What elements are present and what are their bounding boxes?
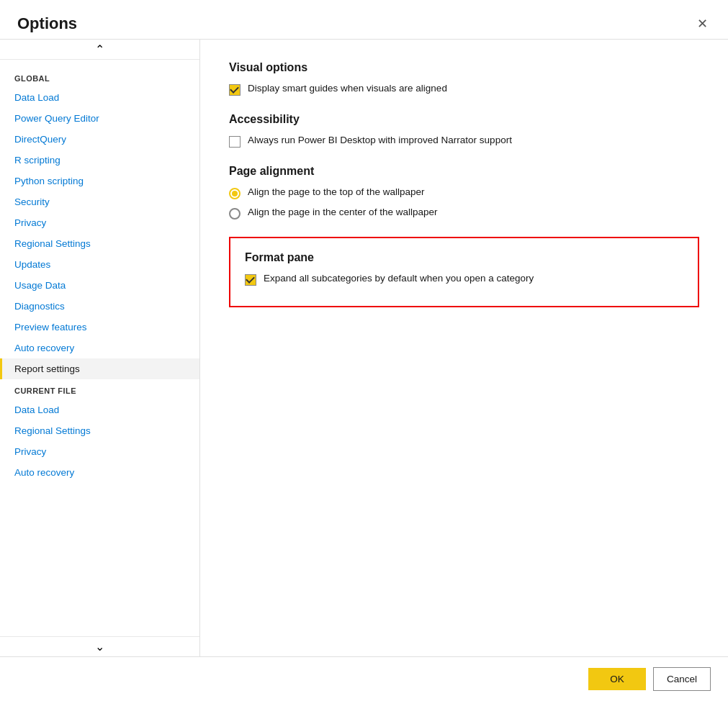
visual-options-title: Visual options xyxy=(229,61,699,74)
expand-subcategories-label: Expand all subcategories by default when… xyxy=(264,273,534,284)
global-section-label: GLOBAL xyxy=(0,67,199,87)
main-content: Visual options Display smart guides when… xyxy=(200,40,728,656)
align-top-label: Align the page to the top of the wallpap… xyxy=(248,186,424,197)
sidebar-item-global-6[interactable]: Privacy xyxy=(0,212,199,233)
sidebar: ⌃ GLOBAL Data LoadPower Query EditorDire… xyxy=(0,40,200,656)
sidebar-scroll: GLOBAL Data LoadPower Query EditorDirect… xyxy=(0,60,199,636)
sidebar-item-global-2[interactable]: DirectQuery xyxy=(0,129,199,150)
sidebar-item-global-8[interactable]: Updates xyxy=(0,254,199,275)
dialog-header: Options ✕ xyxy=(0,0,728,39)
cancel-button[interactable]: Cancel xyxy=(653,667,711,691)
global-nav: Data LoadPower Query EditorDirectQueryR … xyxy=(0,87,199,379)
sidebar-item-currentfile-0[interactable]: Data Load xyxy=(0,399,199,420)
scroll-down-button[interactable]: ⌄ xyxy=(0,636,199,656)
expand-subcategories-checkbox[interactable] xyxy=(245,274,256,286)
smart-guides-label: Display smart guides when visuals are al… xyxy=(248,83,447,94)
format-pane-section: Format pane Expand all subcategories by … xyxy=(229,237,699,307)
sidebar-item-global-1[interactable]: Power Query Editor xyxy=(0,108,199,129)
narrator-checkbox[interactable] xyxy=(229,136,241,148)
narrator-label: Always run Power BI Desktop with improve… xyxy=(248,135,512,145)
sidebar-item-global-5[interactable]: Security xyxy=(0,191,199,212)
ok-button[interactable]: OK xyxy=(588,668,646,690)
sidebar-item-global-0[interactable]: Data Load xyxy=(0,87,199,108)
chevron-down-icon: ⌄ xyxy=(95,640,104,653)
visual-options-row1: Display smart guides when visuals are al… xyxy=(229,83,699,96)
chevron-up-icon: ⌃ xyxy=(95,42,104,56)
page-alignment-row2: Align the page in the center of the wall… xyxy=(229,207,699,220)
sidebar-item-currentfile-3[interactable]: Auto recovery xyxy=(0,462,199,483)
sidebar-item-global-13[interactable]: Report settings xyxy=(0,358,199,379)
sidebar-item-currentfile-1[interactable]: Regional Settings xyxy=(0,420,199,441)
align-center-label: Align the page in the center of the wall… xyxy=(248,207,437,217)
sidebar-item-global-3[interactable]: R scripting xyxy=(0,150,199,171)
align-top-radio[interactable] xyxy=(229,188,241,199)
format-pane-title: Format pane xyxy=(245,251,683,264)
dialog-footer: OK Cancel xyxy=(0,656,728,701)
dialog-body: ⌃ GLOBAL Data LoadPower Query EditorDire… xyxy=(0,39,728,656)
sidebar-item-global-7[interactable]: Regional Settings xyxy=(0,233,199,254)
page-alignment-title: Page alignment xyxy=(229,165,699,178)
dialog-title: Options xyxy=(17,14,77,33)
page-alignment-row1: Align the page to the top of the wallpap… xyxy=(229,186,699,199)
sidebar-item-global-4[interactable]: Python scripting xyxy=(0,171,199,191)
options-dialog: Options ✕ ⌃ GLOBAL Data LoadPower Query … xyxy=(0,0,728,701)
sidebar-item-global-11[interactable]: Preview features xyxy=(0,317,199,338)
align-center-radio[interactable] xyxy=(229,208,241,220)
current-file-nav: Data LoadRegional SettingsPrivacyAuto re… xyxy=(0,399,199,483)
visual-options-section: Visual options Display smart guides when… xyxy=(229,61,699,96)
accessibility-row1: Always run Power BI Desktop with improve… xyxy=(229,135,699,148)
close-button[interactable]: ✕ xyxy=(694,14,711,33)
sidebar-item-currentfile-2[interactable]: Privacy xyxy=(0,441,199,462)
page-alignment-section: Page alignment Align the page to the top… xyxy=(229,165,699,220)
sidebar-item-global-10[interactable]: Diagnostics xyxy=(0,296,199,317)
smart-guides-checkbox[interactable] xyxy=(229,84,241,96)
accessibility-section: Accessibility Always run Power BI Deskto… xyxy=(229,113,699,148)
format-pane-row1: Expand all subcategories by default when… xyxy=(245,273,683,286)
sidebar-item-global-9[interactable]: Usage Data xyxy=(0,275,199,296)
accessibility-title: Accessibility xyxy=(229,113,699,126)
sidebar-item-global-12[interactable]: Auto recovery xyxy=(0,338,199,358)
scroll-up-button[interactable]: ⌃ xyxy=(0,40,199,60)
current-file-section-label: CURRENT FILE xyxy=(0,379,199,399)
